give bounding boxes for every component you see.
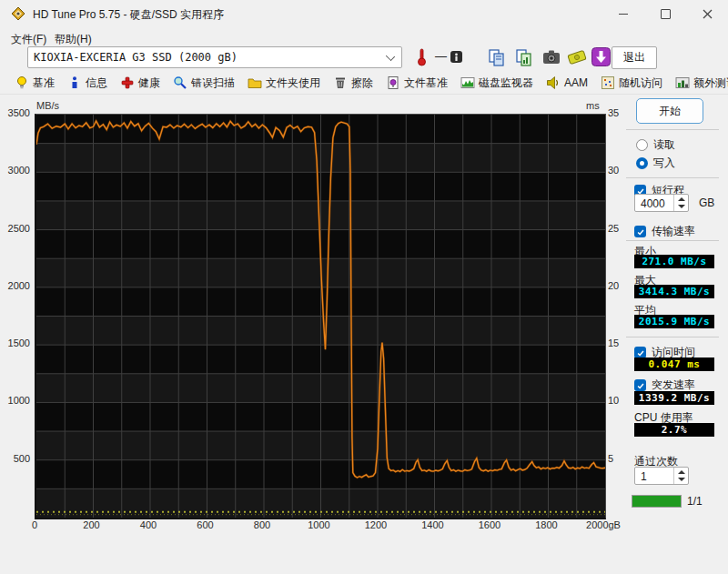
spinner-buttons[interactable] bbox=[673, 468, 688, 484]
tab-extra-tests[interactable]: 额外测试 bbox=[675, 76, 728, 91]
thermometer-icon bbox=[416, 47, 428, 66]
app-logo-icon bbox=[11, 6, 25, 21]
tab-label: 错误扫描 bbox=[191, 76, 235, 91]
error-scan-icon bbox=[173, 76, 187, 90]
menubar: 文件(F) 帮助(H) bbox=[0, 27, 728, 46]
info-icon bbox=[67, 76, 82, 90]
file-benchmark-icon bbox=[386, 76, 400, 90]
start-button[interactable]: 开始 bbox=[636, 98, 703, 124]
axis-tick-label: 2000 bbox=[1, 280, 30, 291]
axis-tick-label: 1000 bbox=[297, 519, 342, 530]
tab-label: 基准 bbox=[33, 76, 55, 91]
tab-label: 磁盘监视器 bbox=[479, 76, 533, 91]
min-value: 271.0 MB/s bbox=[634, 255, 714, 268]
axis-tick-label: 20 bbox=[608, 280, 635, 291]
start-button-label: 开始 bbox=[659, 104, 681, 119]
axis-tick-label: 15 bbox=[608, 337, 635, 348]
write-radio[interactable] bbox=[636, 157, 648, 169]
tab-info[interactable]: 信息 bbox=[67, 76, 107, 91]
max-value: 3414.3 MB/s bbox=[634, 285, 714, 298]
tabbar: 基准 信息 健康 错误扫描 文件夹 bbox=[0, 72, 728, 95]
exit-button[interactable]: 退出 bbox=[612, 46, 657, 69]
check-icon bbox=[636, 227, 645, 237]
close-icon bbox=[703, 9, 713, 19]
benchmark-chart bbox=[35, 114, 606, 519]
axis-tick-label: 1800 bbox=[524, 519, 570, 530]
spinner-up-icon bbox=[678, 470, 685, 474]
tab-folder-usage[interactable]: 文件夹使用 bbox=[248, 76, 320, 91]
copy-image-button[interactable] bbox=[512, 46, 535, 67]
read-radio[interactable] bbox=[636, 139, 648, 151]
write-radio-row[interactable]: 写入 bbox=[636, 156, 675, 171]
tab-label: 文件夹使用 bbox=[266, 76, 320, 91]
read-radio-label: 读取 bbox=[653, 137, 675, 153]
axis-tick-label: 1400 bbox=[410, 519, 456, 530]
random-access-icon bbox=[601, 76, 615, 90]
transfer-rate-row[interactable]: 传输速率 bbox=[634, 224, 695, 239]
drive-select[interactable]: KIOXIA-EXCERIA G3 SSD (2000 gB) bbox=[27, 46, 402, 68]
spinner-buttons[interactable] bbox=[673, 195, 688, 211]
tab-erase[interactable]: 擦除 bbox=[333, 76, 373, 91]
check-icon bbox=[636, 348, 645, 357]
axis-tick-label: 800 bbox=[239, 519, 285, 530]
burst-rate-value: 1339.2 MB/s bbox=[634, 391, 714, 405]
tab-random-access[interactable]: 随机访问 bbox=[601, 76, 662, 91]
axis-tick-label: 3500 bbox=[1, 107, 30, 118]
spinner-down-icon bbox=[678, 478, 685, 481]
check-icon bbox=[636, 381, 645, 390]
window-title: HD Tune Pro 5.75 - 硬盘/SSD 实用程序 bbox=[33, 7, 224, 23]
axis-tick-label: 2000gB bbox=[581, 519, 626, 530]
minimize-button[interactable] bbox=[602, 0, 644, 27]
capacity-unit-label: GB bbox=[699, 196, 714, 209]
tab-error-scan[interactable]: 错误扫描 bbox=[173, 76, 235, 91]
titlebar: HD Tune Pro 5.75 - 硬盘/SSD 实用程序 bbox=[0, 0, 728, 27]
axis-tick-label: 1000 bbox=[1, 395, 30, 406]
tab-label: 文件基准 bbox=[404, 76, 448, 91]
screenshot-button[interactable] bbox=[540, 46, 562, 67]
axis-tick-label: 10 bbox=[608, 395, 635, 406]
tab-aam[interactable]: AAM bbox=[546, 76, 588, 90]
spinner-up-icon bbox=[678, 197, 685, 201]
tab-label: 信息 bbox=[86, 76, 107, 91]
chevron-down-icon bbox=[386, 52, 395, 61]
erase-icon bbox=[333, 76, 348, 90]
pass-count-value: 1 bbox=[641, 470, 647, 483]
copy-image-icon bbox=[515, 48, 533, 66]
separator bbox=[626, 177, 719, 178]
read-radio-row[interactable]: 读取 bbox=[636, 137, 675, 153]
tab-file-benchmark[interactable]: 文件基准 bbox=[386, 76, 448, 91]
y-left-unit-label: MB/s bbox=[36, 100, 59, 111]
download-button[interactable] bbox=[590, 46, 612, 67]
axis-tick-label: 1600 bbox=[467, 519, 512, 530]
maximize-button[interactable] bbox=[644, 0, 686, 27]
progress-fill bbox=[632, 496, 681, 507]
axis-tick-label: 30 bbox=[608, 165, 635, 176]
minimize-icon bbox=[619, 14, 628, 15]
tab-benchmark[interactable]: 基准 bbox=[15, 76, 55, 91]
benchmark-icon bbox=[15, 76, 29, 90]
burst-rate-checkbox[interactable] bbox=[634, 379, 646, 391]
maximize-icon bbox=[661, 9, 671, 19]
save-image-button[interactable] bbox=[565, 46, 588, 67]
aam-speaker-icon bbox=[546, 76, 561, 90]
health-icon bbox=[120, 76, 135, 90]
capacity-spinner[interactable]: 4000 bbox=[634, 194, 689, 212]
tab-label: AAM bbox=[564, 76, 588, 89]
folder-usage-icon bbox=[248, 76, 262, 90]
transfer-rate-checkbox[interactable] bbox=[634, 226, 646, 237]
axis-tick-label: 25 bbox=[608, 223, 635, 234]
separator bbox=[626, 337, 719, 337]
drive-select-value: KIOXIA-EXCERIA G3 SSD (2000 gB) bbox=[28, 51, 238, 64]
exit-button-label: 退出 bbox=[623, 50, 645, 65]
pass-count-spinner[interactable]: 1 bbox=[634, 467, 689, 485]
close-button[interactable] bbox=[686, 0, 728, 27]
hdtune-window: HD Tune Pro 5.75 - 硬盘/SSD 实用程序 文件(F) 帮助(… bbox=[0, 0, 728, 574]
access-time-value: 0.047 ms bbox=[634, 357, 714, 371]
tab-disk-monitor[interactable]: 磁盘监视器 bbox=[460, 76, 533, 91]
tab-label: 健康 bbox=[138, 76, 160, 91]
axis-tick-label: 400 bbox=[126, 519, 171, 530]
separator bbox=[626, 240, 719, 241]
tab-health[interactable]: 健康 bbox=[120, 76, 160, 91]
progress-label: 1/1 bbox=[687, 495, 703, 508]
copy-text-button[interactable] bbox=[485, 46, 508, 67]
